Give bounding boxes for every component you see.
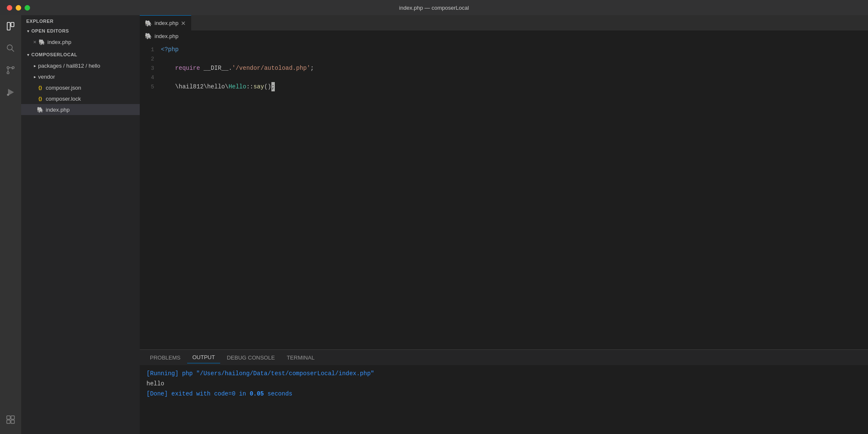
done-suffix: seconds (264, 390, 292, 397)
window-title: index.php — composerLocal (399, 5, 469, 11)
composer-json-label: composer.json (46, 85, 81, 91)
output-done: [Done] exited with code=0 in 0.05 second… (147, 389, 861, 399)
line-num-5: 5 (140, 84, 161, 90)
line-content-1: <?php (161, 45, 179, 54)
code-line-3: 3 require __DIR__.'/vendor/autoload.php'… (140, 63, 868, 73)
index-php-label: index.php (46, 107, 69, 113)
sidebar: EXPLORER OPEN EDITORS ✕ 🐘 index.php COMP… (21, 15, 140, 434)
window-controls (7, 5, 30, 11)
maximize-button[interactable] (25, 5, 30, 11)
folder-packages-label: packages / hail812 / hello (38, 63, 100, 69)
php-file-icon: 🐘 (38, 38, 46, 46)
explorer-icon[interactable] (3, 19, 18, 34)
main-layout: EXPLORER OPEN EDITORS ✕ 🐘 index.php COMP… (0, 15, 868, 434)
code-line-2: 2 (140, 54, 868, 63)
tab-output[interactable]: OUTPUT (187, 352, 220, 363)
search-icon[interactable] (3, 41, 18, 56)
line-num-3: 3 (140, 65, 161, 71)
output-done-text: [Done] exited with code=0 in 0.05 second… (147, 390, 292, 397)
breadcrumb: 🐘 index.php (140, 30, 868, 41)
titlebar: index.php — composerLocal (0, 0, 868, 15)
packages-arrow (31, 62, 38, 69)
close-button[interactable] (7, 5, 12, 11)
extensions-icon[interactable] (3, 412, 18, 427)
tab-index-php[interactable]: 🐘 index.php ✕ (140, 15, 191, 30)
json-lock-icon: {} (36, 95, 44, 102)
line-num-4: 4 (140, 74, 161, 81)
source-control-icon[interactable] (3, 63, 18, 78)
project-label: COMPOSERLOCAL (31, 52, 77, 57)
svg-point-8 (7, 94, 9, 96)
json-file-icon: {} (36, 84, 44, 91)
panel-area: PROBLEMS OUTPUT DEBUG CONSOLE TERMINAL [… (140, 349, 868, 434)
editor-panel-container: 1 <?php 2 3 require __DIR__.'/vendor/aut… (140, 41, 868, 434)
folder-packages[interactable]: packages / hail812 / hello (21, 60, 140, 71)
line-num-1: 1 (140, 47, 161, 53)
line-num-2: 2 (140, 56, 161, 62)
project-arrow (25, 51, 31, 58)
php-elephant-icon: 🐘 (36, 106, 44, 113)
output-running: [Running] php "/Users/hailong/Data/test/… (147, 368, 861, 379)
project-header[interactable]: COMPOSERLOCAL (21, 49, 140, 60)
content-area: 🐘 index.php ✕ 🐘 index.php 1 <?php 2 (140, 15, 868, 434)
vendor-arrow (31, 73, 38, 80)
svg-rect-10 (11, 416, 14, 419)
composer-lock-label: composer.lock (46, 96, 81, 102)
open-editors-arrow (25, 27, 31, 34)
code-line-4: 4 (140, 73, 868, 82)
svg-line-3 (12, 49, 14, 52)
tab-terminal[interactable]: TERMINAL (282, 352, 320, 363)
open-editors-header[interactable]: OPEN EDITORS (21, 25, 140, 36)
line-content-3: require __DIR__.'/vendor/autoload.php'; (161, 63, 314, 73)
tab-php-icon: 🐘 (145, 20, 152, 27)
folder-vendor-label: vendor (38, 74, 55, 80)
tab-label: index.php (155, 20, 178, 26)
close-file-icon[interactable]: ✕ (33, 40, 36, 44)
explorer-title: EXPLORER (21, 15, 140, 25)
svg-rect-12 (11, 420, 14, 423)
done-prefix: [Done] exited with code=0 in (147, 390, 250, 397)
tabs-bar: 🐘 index.php ✕ (140, 15, 868, 30)
folder-vendor[interactable]: vendor (21, 71, 140, 82)
breadcrumb-file: index.php (155, 33, 178, 39)
minimize-button[interactable] (16, 5, 21, 11)
run-icon[interactable] (3, 85, 18, 100)
svg-rect-0 (7, 22, 10, 30)
panel-tabs: PROBLEMS OUTPUT DEBUG CONSOLE TERMINAL (140, 350, 868, 365)
editor-area[interactable]: 1 <?php 2 3 require __DIR__.'/vendor/aut… (140, 41, 868, 349)
svg-rect-1 (11, 22, 14, 27)
svg-rect-11 (7, 420, 10, 423)
file-index-php[interactable]: 🐘 index.php (21, 104, 140, 115)
tab-debug-console[interactable]: DEBUG CONSOLE (222, 352, 280, 363)
breadcrumb-php-icon: 🐘 (145, 33, 152, 39)
file-composer-lock[interactable]: {} composer.lock (21, 93, 140, 104)
code-line-5: 5 \hail812\hello\Hello::say(); (140, 82, 868, 91)
activity-bar (0, 15, 21, 434)
open-file-index-php[interactable]: ✕ 🐘 index.php (21, 36, 140, 47)
tab-problems[interactable]: PROBLEMS (145, 352, 185, 363)
done-timing: 0.05 (250, 390, 264, 397)
panel-output-content: [Running] php "/Users/hailong/Data/test/… (140, 365, 868, 434)
svg-point-5 (7, 72, 9, 74)
svg-point-4 (7, 67, 9, 69)
open-file-label: index.php (47, 39, 71, 45)
tab-close-icon[interactable]: ✕ (181, 20, 186, 27)
code-line-1: 1 <?php (140, 45, 868, 54)
svg-point-2 (7, 45, 12, 50)
line-content-5: \hail812\hello\Hello::say(); (161, 82, 275, 91)
output-running-text: [Running] php "/Users/hailong/Data/test/… (147, 370, 374, 377)
output-hello-text: hello (147, 380, 164, 387)
open-editors-label: OPEN EDITORS (31, 28, 69, 33)
file-composer-json[interactable]: {} composer.json (21, 82, 140, 93)
svg-rect-9 (7, 416, 10, 419)
output-hello: hello (147, 379, 861, 389)
